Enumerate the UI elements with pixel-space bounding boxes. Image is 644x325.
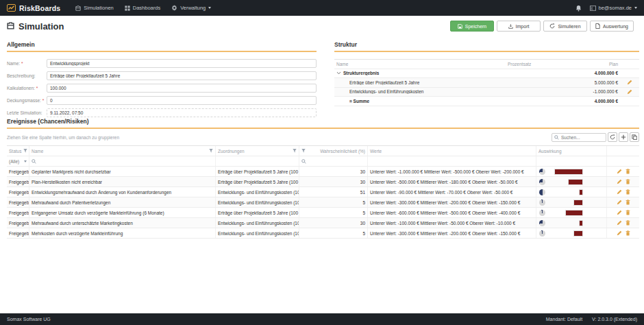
delete-icon[interactable] — [626, 210, 630, 215]
field-input[interactable] — [47, 71, 317, 80]
wahrscheinlichkeit-filter-input[interactable] — [299, 156, 368, 166]
delete-icon[interactable] — [626, 230, 630, 236]
group-panel[interactable]: Ziehen Sie eine Spalte hierhin, um danac… — [7, 129, 639, 145]
bell-icon[interactable] — [575, 2, 582, 14]
import-button[interactable]: Import — [497, 21, 541, 32]
edit-icon[interactable] — [617, 200, 622, 205]
struktur-col-plan[interactable]: Plan — [544, 62, 620, 67]
search-icon — [554, 135, 559, 140]
werte-filter-input[interactable] — [368, 156, 536, 166]
probability-pie-icon — [539, 200, 545, 206]
impact-bar-track — [552, 210, 582, 215]
event-row[interactable]: Freigegeben Mehraufwand durch Patentverl… — [7, 197, 639, 208]
delete-icon[interactable] — [626, 220, 630, 226]
event-row[interactable]: Freigegeben Mehraufwand durch unterschät… — [7, 218, 639, 228]
add-event-button[interactable] — [619, 132, 628, 142]
event-row[interactable]: Freigegeben Entwicklungsmehraufwand durc… — [7, 187, 639, 197]
delete-icon[interactable] — [626, 169, 630, 174]
search-icon — [301, 159, 306, 164]
struktur-row[interactable]: Entwicklungs- und Einführungskosten -1.0… — [334, 88, 639, 97]
event-row[interactable]: Freigegeben Geplanter Marktpreis nicht d… — [7, 167, 639, 177]
evaluation-button[interactable]: Auswertung — [590, 21, 634, 32]
col-name[interactable]: Name — [29, 146, 216, 156]
simulate-button[interactable]: Simulieren — [543, 21, 587, 32]
event-row[interactable]: Freigegeben Plan-Herstellkosten nicht er… — [7, 177, 639, 187]
event-probability: 30 — [299, 167, 368, 176]
field-input[interactable] — [47, 59, 317, 68]
edit-icon[interactable] — [617, 230, 622, 236]
chevron-down-icon[interactable] — [336, 71, 341, 75]
delete-icon[interactable] — [626, 189, 630, 195]
delete-icon[interactable] — [626, 200, 630, 205]
search-box[interactable] — [552, 133, 606, 142]
document-icon — [595, 23, 600, 29]
filter-icon — [23, 149, 27, 153]
struktur-grid: Name Prozentsatz Plan Strukturergebnis 4… — [334, 59, 639, 106]
field-label: Beschreibung: — [7, 73, 47, 78]
event-zuordnung: Erträge über Projektlaufzeit 5 Jahre (10… — [216, 177, 299, 186]
edit-icon[interactable] — [617, 189, 622, 195]
impact-bar-track — [552, 200, 582, 205]
edit-icon[interactable] — [617, 210, 622, 215]
edit-icon[interactable] — [617, 169, 622, 174]
event-status: Freigegeben — [7, 228, 29, 238]
field-input[interactable] — [47, 96, 317, 105]
events-grid-header: Status Name Zuordnungen Wahrscheinlichke… — [7, 146, 639, 156]
event-probability: 5 — [299, 197, 368, 207]
struktur-col-name[interactable]: Name — [334, 62, 506, 67]
field-input[interactable] — [47, 84, 317, 93]
save-button[interactable]: Speichern — [450, 21, 494, 32]
page-title-text: Simulation — [18, 21, 64, 32]
edit-icon[interactable] — [617, 179, 622, 184]
col-werte[interactable]: Werte — [368, 146, 536, 156]
user-menu[interactable]: be@somax.de — [590, 5, 637, 11]
name-filter-input[interactable] — [29, 156, 216, 166]
brand[interactable]: RiskBoards — [7, 4, 60, 12]
nav-item-dashboards[interactable]: Dashboards — [125, 5, 160, 11]
struktur-row[interactable]: Strukturergebnis 4.000.000 € — [334, 69, 639, 79]
ereignisse-header: Ereignisse (Chancen/Risiken) — [7, 118, 639, 129]
event-werte: Unterer Wert: -90.000 € Mittlerer Wert: … — [368, 187, 536, 197]
event-name: Mehrkosten durch verzögerte Markteinführ… — [29, 228, 216, 238]
col-zuordnungen[interactable]: Zuordnungen — [216, 146, 299, 156]
gear-icon — [171, 5, 177, 11]
col-status[interactable]: Status — [7, 146, 29, 156]
allgemein-header: Allgemein — [7, 41, 317, 52]
struktur-row-name: Erträge über Projektlaufzeit 5 Jahre — [349, 80, 419, 85]
riskboards-app: RiskBoards Simulationen Dashboards Verwa… — [0, 0, 644, 325]
field-label: Letzte Simulation: — [7, 110, 47, 115]
copy-icon — [632, 134, 637, 140]
impact-bar-track — [552, 180, 582, 184]
field-input[interactable] — [47, 108, 317, 117]
col-wahrscheinlichkeit[interactable]: Wahrscheinlichkeit (%) — [299, 146, 368, 156]
edit-icon[interactable] — [627, 89, 632, 95]
event-row[interactable]: Freigegeben Mehrkosten durch verzögerte … — [7, 228, 639, 239]
section-allgemein: Allgemein Name: * Beschreibung: Kalkulat… — [7, 41, 317, 121]
struktur-row[interactable]: = Summe 4.000.000 € — [334, 97, 639, 106]
zuordnungen-filter-input[interactable] — [216, 156, 299, 166]
event-row[interactable]: Freigegeben Entgangener Umsatz durch ver… — [7, 208, 639, 218]
refresh-button[interactable] — [608, 132, 617, 142]
impact-bar — [566, 210, 582, 215]
struktur-row[interactable]: Erträge über Projektlaufzeit 5 Jahre 5.0… — [334, 78, 639, 88]
event-werte: Unterer Wert: -1.000.000 € Mittlerer Wer… — [368, 167, 536, 176]
edit-icon[interactable] — [627, 80, 632, 85]
brand-name: RiskBoards — [19, 4, 60, 12]
struktur-col-prozentsatz[interactable]: Prozentsatz — [506, 62, 544, 67]
edit-icon[interactable] — [617, 220, 622, 226]
nav-item-simulationen[interactable]: Simulationen — [75, 5, 113, 11]
events-grid-body: Freigegeben Geplanter Marktpreis nicht d… — [7, 167, 639, 239]
nav-item-verwaltung[interactable]: Verwaltung — [171, 5, 211, 11]
briefcase-icon — [7, 21, 14, 32]
event-zuordnung: Entwicklungs- und Einführungskosten (100… — [216, 197, 299, 207]
delete-icon[interactable] — [626, 179, 630, 184]
event-status: Freigegeben — [7, 187, 29, 197]
form-field: Name: * — [7, 59, 317, 68]
status-filter-select[interactable]: (Alle) — [7, 156, 29, 166]
save-icon — [458, 24, 462, 29]
col-auswirkung[interactable]: Auswirkung — [536, 146, 607, 156]
search-input[interactable] — [561, 135, 604, 140]
nav-label: Dashboards — [133, 5, 160, 11]
copy-button[interactable] — [630, 132, 639, 142]
filter-icon — [293, 149, 297, 153]
